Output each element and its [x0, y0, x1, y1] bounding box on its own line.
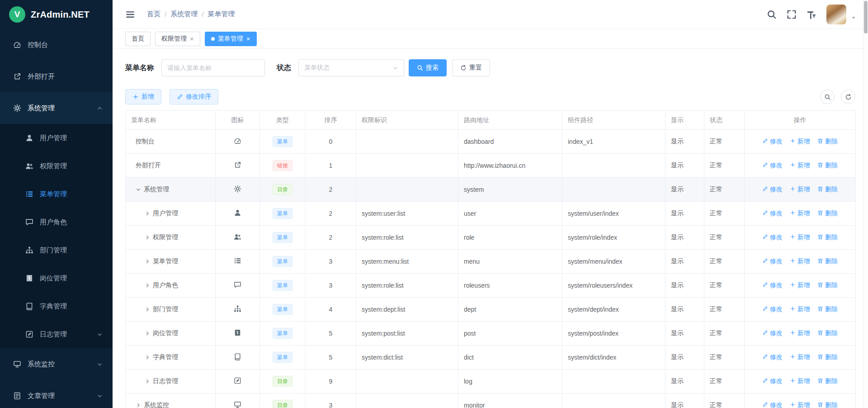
delete-link[interactable]: 删除 [817, 233, 838, 242]
add-link[interactable]: 新增 [790, 353, 810, 361]
add-link[interactable]: 新增 [790, 257, 810, 266]
cell-icon [216, 322, 260, 346]
sidebar-collapse-icon[interactable] [125, 9, 135, 19]
cell-sort: 3 [306, 394, 356, 408]
cell-visible: 显示 [665, 250, 704, 274]
table-refresh-icon[interactable] [841, 90, 855, 104]
cell-perm: system:role:list [356, 274, 458, 298]
fullscreen-icon[interactable] [787, 9, 797, 19]
tab-home[interactable]: 首页 [125, 32, 151, 46]
sidebar-item-dict[interactable]: 字典管理 [0, 292, 113, 320]
sidebar-item-roleusers[interactable]: 用户角色 [0, 208, 113, 236]
breadcrumb-home[interactable]: 首页 [147, 10, 160, 19]
add-link[interactable]: 新增 [790, 329, 810, 337]
chevron-right-icon [145, 307, 150, 312]
monitor-icon [13, 360, 21, 368]
add-link[interactable]: 新增 [790, 401, 810, 408]
delete-link[interactable]: 删除 [817, 209, 838, 218]
reset-button[interactable]: 重置 [452, 59, 490, 76]
sidebar-item-log[interactable]: 日志管理 [0, 320, 113, 348]
delete-link[interactable]: 删除 [817, 329, 838, 337]
edit-sort-button[interactable]: 修改排序 [170, 89, 218, 104]
external-link-icon [13, 72, 21, 81]
font-size-icon[interactable] [807, 9, 816, 19]
chevron-down-icon [392, 65, 398, 71]
dashboard-icon [13, 41, 21, 49]
breadcrumb-separator: / [202, 10, 203, 18]
delete-link[interactable]: 删除 [817, 138, 838, 146]
sidebar-item-external[interactable]: 外部打开 [0, 61, 113, 92]
close-icon[interactable]: × [246, 35, 250, 42]
scrollbar-thumb[interactable] [864, 1, 868, 33]
cell-status: 正常 [704, 154, 745, 178]
cell-perm: system:dict:list [356, 346, 458, 370]
sidebar-item-menu[interactable]: 菜单管理 [0, 180, 113, 208]
add-link[interactable]: 新增 [790, 185, 810, 194]
sidebar-item-monitor[interactable]: 系统监控 [0, 348, 113, 380]
cell-component: system/dept/index [562, 298, 665, 322]
user-avatar[interactable] [826, 5, 846, 24]
delete-link[interactable]: 删除 [817, 401, 838, 408]
table-row-external: 外部打开链接1http://www.izhaorui.cn显示正常修改新增删除 [126, 154, 856, 178]
breadcrumb-system[interactable]: 系统管理 [170, 10, 198, 19]
cell-type: 链接 [260, 154, 306, 178]
close-icon[interactable]: × [190, 35, 194, 42]
edit-link[interactable]: 修改 [762, 377, 783, 385]
sidebar-item-label: 部门管理 [40, 246, 67, 255]
cell-menu-name: 系统管理 [126, 178, 216, 202]
cell-sort: 5 [306, 346, 356, 370]
add-link[interactable]: 新增 [790, 209, 810, 218]
status-select[interactable]: 菜单状态 [298, 59, 404, 76]
delete-link[interactable]: 删除 [817, 377, 838, 385]
add-link[interactable]: 新增 [790, 377, 810, 385]
edit-link[interactable]: 修改 [762, 401, 783, 408]
sidebar-item-dept[interactable]: 部门管理 [0, 236, 113, 264]
edit-link[interactable]: 修改 [762, 185, 783, 194]
delete-link[interactable]: 删除 [817, 185, 838, 194]
edit-link[interactable]: 修改 [762, 257, 783, 266]
cell-icon [216, 274, 260, 298]
edit-link[interactable]: 修改 [762, 281, 783, 289]
edit-link[interactable]: 修改 [762, 305, 783, 313]
edit-link[interactable]: 修改 [762, 329, 783, 337]
tab-menu[interactable]: 菜单管理× [205, 32, 257, 46]
type-tag: 菜单 [273, 304, 292, 315]
add-link[interactable]: 新增 [790, 161, 810, 170]
type-tag: 菜单 [273, 280, 292, 291]
add-link[interactable]: 新增 [790, 305, 810, 313]
add-link[interactable]: 新增 [790, 138, 810, 146]
tab-role[interactable]: 权限管理× [155, 32, 200, 46]
page-scrollbar[interactable] [863, 0, 868, 408]
search-icon[interactable] [767, 9, 777, 19]
plus-icon [790, 282, 796, 289]
sidebar-item-post[interactable]: 岗位管理 [0, 264, 113, 292]
sidebar-item-dashboard[interactable]: 控制台 [0, 29, 113, 61]
edit-icon [762, 402, 768, 408]
edit-link[interactable]: 修改 [762, 233, 783, 242]
delete-link[interactable]: 删除 [817, 353, 838, 361]
menu-name-input[interactable] [161, 59, 265, 76]
delete-link[interactable]: 删除 [817, 305, 838, 313]
edit-link[interactable]: 修改 [762, 161, 783, 170]
edit-link[interactable]: 修改 [762, 353, 783, 361]
cell-route: dept [458, 298, 562, 322]
edit-link[interactable]: 修改 [762, 209, 783, 218]
add-link[interactable]: 新增 [790, 281, 810, 289]
delete-link[interactable]: 删除 [817, 281, 838, 289]
cell-status: 正常 [704, 346, 745, 370]
search-button[interactable]: 搜索 [409, 59, 447, 76]
sidebar-item-article[interactable]: 文章管理 [0, 380, 113, 408]
delete-link[interactable]: 删除 [817, 161, 838, 170]
user-caret-down-icon[interactable] [851, 14, 856, 22]
delete-link[interactable]: 删除 [817, 257, 838, 266]
table-search-toggle-icon[interactable] [820, 90, 835, 104]
sidebar-item-user[interactable]: 用户管理 [0, 124, 113, 152]
edit-link[interactable]: 修改 [762, 138, 783, 146]
sidebar-item-system[interactable]: 系统管理 [0, 92, 113, 124]
type-tag: 菜单 [273, 256, 292, 267]
sidebar-item-role[interactable]: 权限管理 [0, 152, 113, 180]
add-link[interactable]: 新增 [790, 233, 810, 242]
add-button[interactable]: 新增 [125, 89, 161, 104]
edit-icon [762, 354, 768, 361]
breadcrumb-menu[interactable]: 菜单管理 [208, 10, 235, 19]
